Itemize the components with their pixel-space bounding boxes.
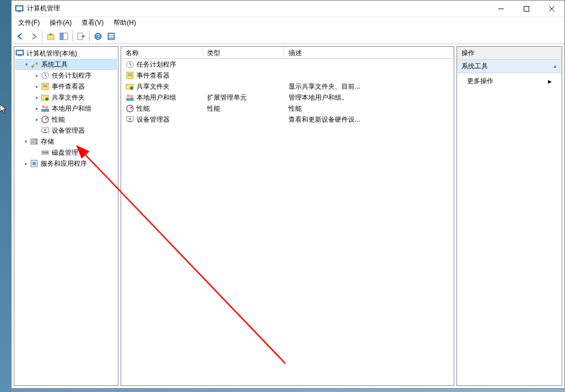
row-name: 设备管理器 <box>137 115 170 124</box>
collapse-caret-icon: ▲ <box>553 64 557 69</box>
menubar: 文件(F) 操作(A) 查看(V) 帮助(H) <box>12 17 564 29</box>
svg-rect-1 <box>17 7 22 10</box>
actions-group-label: 系统工具 <box>461 62 488 71</box>
expander-icon[interactable]: ▸ <box>33 83 41 90</box>
row-name: 共享文件夹 <box>137 82 170 91</box>
menu-action[interactable]: 操作(A) <box>45 17 76 29</box>
tree-storage[interactable]: ▾ 存储 <box>15 136 117 147</box>
row-name: 事件查看器 <box>137 71 170 80</box>
window-title: 计算机管理 <box>27 4 488 13</box>
col-desc[interactable]: 描述 <box>284 47 454 58</box>
svg-rect-28 <box>41 109 49 112</box>
nav-back-button[interactable] <box>14 30 27 43</box>
expander-icon[interactable]: ▾ <box>23 61 30 68</box>
tree-event-viewer-label: 事件查看器 <box>52 82 85 91</box>
disk-icon <box>41 148 50 157</box>
computer-icon <box>15 49 24 58</box>
svg-rect-31 <box>44 132 47 133</box>
svg-point-41 <box>32 162 36 165</box>
tree-task-scheduler[interactable]: ▸ 任务计划程序 <box>15 70 117 81</box>
device-icon <box>126 115 134 124</box>
tree-services-apps[interactable]: ▸ 服务和应用程序 <box>15 158 117 169</box>
up-level-button[interactable] <box>44 30 57 43</box>
list-row[interactable]: 设备管理器查看和更新设备硬件设... <box>121 114 454 125</box>
tree-local-users[interactable]: ▸ 本地用户和组 <box>15 103 117 114</box>
toolbar-separator <box>72 31 73 42</box>
tree-performance-label: 性能 <box>52 115 65 124</box>
actions-more-label: 更多操作 <box>467 77 493 86</box>
col-name[interactable]: 名称 <box>121 47 203 58</box>
tree-device-manager-label: 设备管理器 <box>52 126 85 135</box>
menu-view[interactable]: 查看(V) <box>77 17 108 29</box>
svg-point-47 <box>130 86 133 90</box>
expander-icon[interactable]: ▸ <box>22 160 30 167</box>
svg-rect-45 <box>128 75 132 76</box>
tree-shared-folders[interactable]: ▸ 共享文件夹 <box>15 92 117 103</box>
svg-point-32 <box>44 129 46 131</box>
folder-share-icon <box>126 82 134 91</box>
row-type: 扩展管理单元 <box>207 93 247 102</box>
actions-header: 操作 <box>457 47 562 60</box>
svg-rect-14 <box>109 34 113 35</box>
svg-rect-9 <box>63 33 68 40</box>
close-button[interactable] <box>539 1 564 17</box>
row-name: 性能 <box>137 104 150 113</box>
tree-system-tools[interactable]: ▾ 系统工具 <box>15 59 117 70</box>
expander-icon[interactable]: ▸ <box>33 72 41 79</box>
tree-task-scheduler-label: 任务计划程序 <box>52 71 91 80</box>
tree-device-manager[interactable]: 设备管理器 <box>15 125 117 136</box>
svg-rect-17 <box>17 51 23 54</box>
svg-rect-4 <box>524 6 529 11</box>
properties-button[interactable] <box>105 30 118 43</box>
tree-services-apps-label: 服务和应用程序 <box>41 159 87 168</box>
row-desc: 性能 <box>289 104 302 113</box>
svg-rect-39 <box>46 152 48 153</box>
perf-icon <box>41 115 50 124</box>
list-row[interactable]: 本地用户和组扩展管理单元管理本地用户和组。 <box>121 92 454 103</box>
expander-icon[interactable]: ▸ <box>33 105 41 112</box>
list-panel: 名称 类型 描述 任务计划程序事件查看器共享文件夹显示共享文件夹、目前...本地… <box>121 46 454 386</box>
computer-management-window: 计算机管理 文件(F) 操作(A) 查看(V) 帮助(H) <box>11 0 565 389</box>
row-desc: 查看和更新设备硬件设... <box>289 115 360 124</box>
actions-group[interactable]: 系统工具 ▲ <box>457 60 562 73</box>
svg-rect-50 <box>126 98 134 101</box>
svg-rect-15 <box>109 36 113 37</box>
storage-icon <box>30 137 39 146</box>
svg-point-35 <box>36 139 37 140</box>
svg-rect-38 <box>43 152 45 153</box>
menu-file[interactable]: 文件(F) <box>14 17 44 29</box>
list-row[interactable]: 任务计划程序 <box>121 59 454 70</box>
tree-root[interactable]: 计算机管理(本地) <box>15 48 117 59</box>
tree-disk-management[interactable]: 磁盘管理 <box>15 147 117 158</box>
nav-forward-button[interactable] <box>27 30 40 43</box>
show-hide-tree-button[interactable] <box>57 30 70 43</box>
minimize-button[interactable] <box>488 1 514 17</box>
perf-icon <box>126 104 134 113</box>
toolbar: ? <box>12 29 564 44</box>
svg-text:?: ? <box>96 34 100 40</box>
col-type[interactable]: 类型 <box>203 47 284 58</box>
users-icon <box>126 93 134 102</box>
maximize-button[interactable] <box>514 1 539 17</box>
tree-panel: 计算机管理(本地) ▾ 系统工具 ▸ 任务计划程序 <box>14 46 118 386</box>
list-row[interactable]: 事件查看器 <box>121 70 454 81</box>
expander-icon[interactable]: ▸ <box>33 94 41 101</box>
svg-rect-7 <box>47 35 54 40</box>
users-icon <box>41 104 50 113</box>
svg-point-25 <box>45 97 48 101</box>
list-row[interactable]: 性能性能性能 <box>121 103 454 114</box>
help-button[interactable]: ? <box>91 30 105 43</box>
svg-rect-53 <box>128 121 132 122</box>
tree-event-viewer[interactable]: ▸ 事件查看器 <box>15 81 117 92</box>
list-row[interactable]: 共享文件夹显示共享文件夹、目前... <box>121 81 454 92</box>
expander-icon[interactable]: ▸ <box>33 116 41 123</box>
svg-rect-18 <box>18 55 21 56</box>
expander-icon[interactable]: ▾ <box>22 138 30 145</box>
clock-icon <box>41 71 50 80</box>
actions-more[interactable]: 更多操作 ▶ <box>457 73 562 89</box>
export-button[interactable] <box>74 30 88 43</box>
menu-help[interactable]: 帮助(H) <box>109 17 140 29</box>
folder-share-icon <box>41 93 50 102</box>
tree-performance[interactable]: ▸ 性能 <box>15 114 117 125</box>
svg-point-54 <box>129 118 131 120</box>
